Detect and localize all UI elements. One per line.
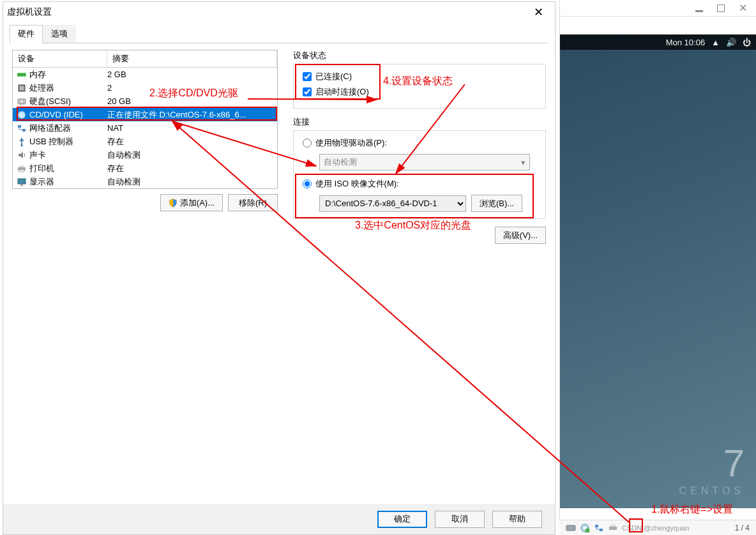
device-summary: 正在使用文件 D:\CentOS-7.6-x86_6... — [107, 109, 277, 121]
svg-rect-23 — [595, 525, 598, 527]
svg-rect-18 — [20, 185, 23, 186]
svg-rect-11 — [18, 125, 21, 128]
device-summary: 20 GB — [107, 96, 277, 106]
device-name: 显示器 — [29, 176, 107, 188]
svg-rect-4 — [24, 73, 25, 76]
close-icon[interactable]: ✕ — [525, 3, 551, 21]
connection-group: 使用物理驱动器(P): 自动检测 ▾ 使用 ISO 映像文件(M): D:\Ce… — [293, 130, 546, 219]
device-summary: 存在 — [107, 163, 277, 174]
guest-desktop[interactable]: Mon 10:06 ▲ 🔊 ⏻ 7 CENTOS — [560, 34, 756, 508]
guest-topbar: Mon 10:06 ▲ 🔊 ⏻ — [560, 34, 756, 50]
sound-icon — [17, 150, 27, 160]
net-status-icon[interactable] — [594, 523, 604, 533]
help-button[interactable]: 帮助 — [492, 511, 542, 528]
watermark: CSDN @zhengyquan — [622, 524, 689, 532]
device-detail-panel: 设备状态 已连接(C) 启动时连接(O) 连接 使用 — [278, 50, 546, 497]
cpu-icon — [17, 83, 27, 93]
device-name: 处理器 — [29, 82, 107, 94]
svg-point-21 — [584, 527, 586, 529]
device-name: 内存 — [29, 69, 107, 80]
device-summary: 2 GB — [107, 70, 277, 79]
connection-title: 连接 — [293, 116, 546, 128]
printer-status-icon[interactable] — [608, 523, 618, 533]
minimize-icon[interactable] — [695, 4, 703, 12]
svg-rect-16 — [19, 170, 24, 172]
svg-rect-15 — [19, 165, 24, 167]
device-name: USB 控制器 — [29, 136, 107, 147]
device-row[interactable]: USB 控制器存在 — [13, 135, 277, 148]
advanced-button[interactable]: 高级(V)... — [495, 227, 546, 244]
guest-preview-panel: ✕ Mon 10:06 ▲ 🔊 ⏻ 7 CENTOS — [559, 0, 756, 535]
shield-icon — [169, 199, 178, 207]
device-name: CD/DVD (IDE) — [29, 110, 107, 119]
device-summary: 自动检测 — [107, 149, 277, 161]
cancel-button[interactable]: 取消 — [435, 511, 485, 528]
printer-icon — [17, 163, 27, 174]
browse-button[interactable]: 浏览(B)... — [471, 195, 522, 212]
disk-icon — [17, 96, 27, 107]
pager: 1 / 4 — [735, 524, 750, 532]
svg-rect-17 — [18, 179, 26, 184]
vmware-statusbar: CSDN @zhengyquan 1 / 4 — [559, 520, 756, 535]
device-state-group: 已连接(C) 启动时连接(O) — [293, 64, 546, 109]
col-header-summary[interactable]: 摘要 — [107, 50, 277, 67]
remove-button[interactable]: 移除(R) — [228, 194, 278, 211]
device-name: 硬盘(SCSI) — [29, 96, 107, 107]
volume-icon: 🔊 — [726, 38, 736, 47]
display-icon — [17, 177, 27, 187]
svg-rect-24 — [600, 529, 603, 531]
dialog-footer: 确定 取消 帮助 — [3, 504, 555, 534]
device-summary: 自动检测 — [107, 176, 277, 188]
tab-hardware[interactable]: 硬件 — [10, 25, 43, 43]
device-row[interactable]: 网络适配器NAT — [13, 121, 277, 135]
nic-icon — [17, 123, 27, 133]
svg-rect-12 — [22, 129, 26, 132]
use-iso-radio-row[interactable]: 使用 ISO 映像文件(M): — [303, 178, 536, 190]
tab-options[interactable]: 选项 — [43, 25, 76, 43]
svg-rect-25 — [609, 527, 617, 530]
device-row[interactable]: 打印机存在 — [13, 162, 277, 175]
centos-logo: 7 CENTOS — [679, 441, 745, 497]
svg-point-22 — [586, 529, 589, 532]
use-physical-radio-row[interactable]: 使用物理驱动器(P): — [303, 137, 536, 149]
usb-icon — [17, 137, 27, 147]
device-summary: 2 — [107, 83, 277, 93]
svg-rect-26 — [610, 525, 616, 527]
guest-window-controls: ✕ — [560, 0, 756, 17]
device-row[interactable]: 声卡自动检测 — [13, 148, 277, 162]
ok-button[interactable]: 确定 — [377, 511, 427, 528]
connect-startup-checkbox[interactable] — [303, 87, 312, 96]
device-name: 声卡 — [29, 149, 107, 161]
connected-checkbox[interactable] — [303, 72, 312, 81]
guest-clock: Mon 10:06 — [666, 38, 705, 47]
maximize-icon[interactable] — [717, 4, 725, 12]
cd-status-icon[interactable] — [580, 523, 590, 533]
device-row[interactable]: CD/DVD (IDE)正在使用文件 D:\CentOS-7.6-x86_6..… — [13, 108, 277, 121]
device-summary: NAT — [107, 123, 277, 133]
add-button[interactable]: 添加(A)... — [160, 194, 223, 211]
device-name: 打印机 — [29, 163, 107, 174]
memory-icon — [17, 70, 27, 80]
device-row[interactable]: 硬盘(SCSI)20 GB — [13, 94, 277, 108]
titlebar: 虚拟机设置 ✕ — [3, 2, 555, 22]
connect-startup-checkbox-row[interactable]: 启动时连接(O) — [303, 86, 536, 98]
cd-icon — [17, 110, 27, 120]
svg-point-8 — [20, 100, 24, 103]
use-iso-radio[interactable] — [303, 179, 312, 188]
device-row[interactable]: 显示器自动检测 — [13, 175, 277, 188]
device-row[interactable]: 处理器2 — [13, 81, 277, 94]
device-row[interactable]: 内存2 GB — [13, 68, 277, 81]
device-list: 设备 摘要 内存2 GB处理器2硬盘(SCSI)20 GBCD/DVD (IDE… — [12, 50, 278, 189]
svg-rect-1 — [18, 73, 19, 76]
svg-rect-2 — [20, 73, 21, 76]
physical-drive-dropdown: 自动检测 ▾ — [319, 154, 530, 170]
device-name: 网络适配器 — [29, 123, 107, 134]
iso-path-select[interactable]: D:\CentOS-7.6-x86_64-DVD-1 — [319, 195, 466, 212]
use-physical-radio[interactable] — [303, 139, 312, 147]
col-header-device[interactable]: 设备 — [13, 50, 107, 67]
disk-status-icon[interactable] — [566, 523, 576, 533]
close-icon[interactable]: ✕ — [739, 2, 747, 14]
connected-checkbox-row[interactable]: 已连接(C) — [303, 71, 536, 82]
svg-point-10 — [21, 114, 23, 116]
dialog-title: 虚拟机设置 — [7, 6, 52, 18]
